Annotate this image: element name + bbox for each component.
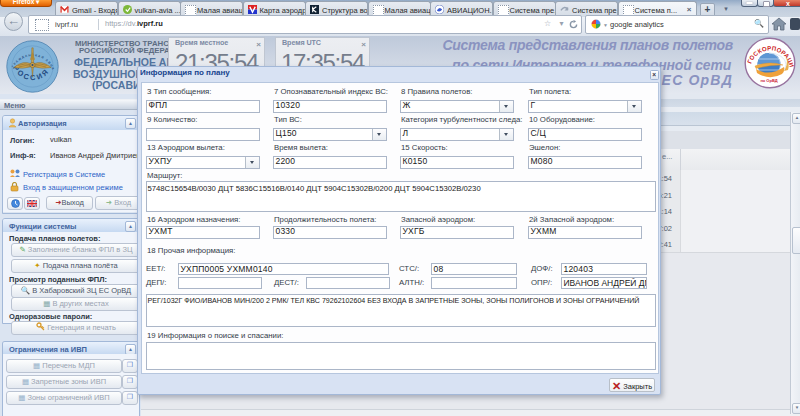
svg-text:по ОрВД: по ОрВД <box>760 78 777 83</box>
